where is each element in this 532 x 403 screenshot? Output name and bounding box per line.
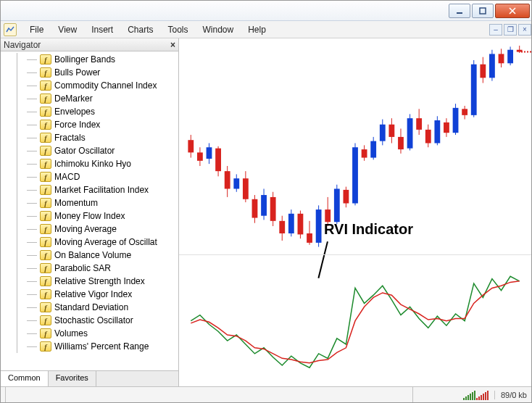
tab-favorites[interactable]: Favorites bbox=[49, 371, 96, 386]
indicator-label: Standard Deviation bbox=[54, 302, 128, 312]
indicator-label: Stochastic Oscillator bbox=[54, 315, 133, 325]
indicator-item[interactable]: fVolumes bbox=[1, 327, 178, 340]
mdi-restore-button[interactable]: ❐ bbox=[504, 24, 517, 36]
svg-rect-27 bbox=[288, 214, 294, 233]
indicator-item[interactable]: fMoving Average of Oscillat bbox=[1, 236, 178, 249]
function-icon: f bbox=[40, 224, 51, 234]
svg-rect-39 bbox=[344, 190, 349, 204]
indicator-item[interactable]: fMomentum bbox=[1, 196, 178, 209]
indicator-label: Williams' Percent Range bbox=[54, 341, 149, 352]
indicator-item[interactable]: fIchimoku Kinko Hyo bbox=[1, 157, 178, 170]
mdi-minimize-button[interactable]: – bbox=[489, 24, 502, 36]
indicator-label: Market Facilitation Index bbox=[54, 185, 149, 195]
close-button[interactable] bbox=[495, 4, 530, 18]
indicator-item[interactable]: fRelative Vigor Index bbox=[1, 288, 178, 301]
svg-rect-45 bbox=[370, 141, 376, 158]
function-icon: f bbox=[40, 120, 51, 130]
menu-charts[interactable]: Charts bbox=[120, 22, 160, 38]
indicator-label: Moving Average of Oscillat bbox=[54, 237, 157, 247]
indicator-label: Relative Vigor Index bbox=[54, 289, 132, 299]
svg-rect-25 bbox=[279, 221, 285, 233]
connection-bars-icon bbox=[463, 390, 489, 400]
indicator-item[interactable]: fRelative Strength Index bbox=[1, 275, 178, 288]
indicator-item[interactable]: fFractals bbox=[1, 131, 178, 144]
menu-tools[interactable]: Tools bbox=[161, 22, 196, 38]
window-titlebar bbox=[1, 1, 531, 21]
svg-rect-19 bbox=[252, 199, 258, 218]
navigator-header: Navigator × bbox=[1, 38, 178, 51]
app-icon bbox=[4, 23, 17, 36]
indicator-label: Momentum bbox=[54, 198, 98, 208]
status-bar: 89/0 kb bbox=[1, 386, 531, 402]
navigator-tree[interactable]: fBollinger BandsfBulls PowerfCommodity C… bbox=[1, 51, 178, 370]
svg-rect-17 bbox=[243, 178, 249, 199]
indicator-item[interactable]: fGator Oscillator bbox=[1, 144, 178, 157]
svg-rect-13 bbox=[225, 171, 230, 188]
indicator-label: Bulls Power bbox=[54, 67, 100, 78]
function-icon: f bbox=[40, 185, 51, 195]
function-icon: f bbox=[40, 67, 51, 78]
indicator-label: MACD bbox=[54, 172, 80, 182]
status-network: 89/0 kb bbox=[494, 391, 527, 399]
svg-rect-55 bbox=[416, 118, 422, 130]
indicator-item[interactable]: fStochastic Oscillator bbox=[1, 314, 178, 327]
svg-rect-71 bbox=[489, 54, 495, 78]
svg-rect-5 bbox=[188, 140, 194, 152]
tab-common[interactable]: Common bbox=[1, 371, 49, 386]
function-icon: f bbox=[40, 107, 51, 117]
chart-area[interactable]: RVI Indicator bbox=[179, 38, 531, 386]
menu-insert[interactable]: Insert bbox=[84, 22, 120, 38]
menu-view[interactable]: View bbox=[51, 22, 84, 38]
menu-bar: File View Insert Charts Tools Window Hel… bbox=[1, 21, 531, 38]
svg-rect-21 bbox=[261, 195, 267, 216]
indicator-item[interactable]: fForce Index bbox=[1, 118, 178, 131]
function-icon: f bbox=[40, 159, 51, 169]
svg-rect-53 bbox=[407, 118, 413, 149]
function-icon: f bbox=[40, 54, 51, 65]
indicator-item[interactable]: fOn Balance Volume bbox=[1, 249, 178, 262]
indicator-label: Parabolic SAR bbox=[54, 263, 111, 273]
menu-help[interactable]: Help bbox=[241, 22, 273, 38]
indicator-item[interactable]: fStandard Deviation bbox=[1, 301, 178, 314]
indicator-item[interactable]: fMarket Facilitation Index bbox=[1, 183, 178, 196]
indicator-label: Volumes bbox=[54, 328, 88, 338]
function-icon: f bbox=[40, 94, 51, 104]
indicator-item[interactable]: fMoney Flow Index bbox=[1, 209, 178, 223]
svg-rect-7 bbox=[197, 152, 203, 160]
svg-rect-29 bbox=[298, 214, 304, 235]
candlestick-chart bbox=[179, 38, 531, 254]
indicator-item[interactable]: fEnvelopes bbox=[1, 105, 178, 118]
svg-rect-57 bbox=[425, 130, 431, 144]
navigator-title: Navigator bbox=[4, 40, 41, 50]
indicator-item[interactable]: fCommodity Channel Index bbox=[1, 79, 178, 92]
indicator-label: On Balance Volume bbox=[54, 250, 131, 260]
indicator-item[interactable]: fDeMarker bbox=[1, 92, 178, 105]
indicator-item[interactable]: fParabolic SAR bbox=[1, 262, 178, 275]
indicator-item[interactable]: fMACD bbox=[1, 170, 178, 183]
navigator-panel: Navigator × fBollinger BandsfBulls Power… bbox=[1, 38, 179, 386]
svg-rect-67 bbox=[471, 65, 477, 115]
svg-rect-49 bbox=[388, 125, 394, 137]
svg-rect-35 bbox=[325, 209, 331, 222]
svg-rect-51 bbox=[398, 137, 404, 149]
maximize-button[interactable] bbox=[472, 4, 494, 18]
svg-rect-31 bbox=[307, 233, 312, 243]
indicator-item[interactable]: fMoving Average bbox=[1, 223, 178, 236]
function-icon: f bbox=[40, 289, 51, 299]
rvi-indicator-chart bbox=[179, 254, 531, 386]
svg-rect-47 bbox=[380, 125, 386, 141]
navigator-tabs: Common Favorites bbox=[1, 370, 178, 386]
menu-file[interactable]: File bbox=[22, 22, 51, 38]
indicator-item[interactable]: fBulls Power bbox=[1, 66, 178, 79]
menu-window[interactable]: Window bbox=[196, 22, 241, 38]
mdi-close-button[interactable]: × bbox=[518, 24, 531, 36]
navigator-close-icon[interactable]: × bbox=[170, 40, 175, 50]
minimize-button[interactable] bbox=[449, 4, 470, 18]
function-icon: f bbox=[40, 341, 51, 352]
indicator-item[interactable]: fBollinger Bands bbox=[1, 53, 178, 66]
function-icon: f bbox=[40, 276, 51, 286]
svg-rect-9 bbox=[207, 147, 212, 159]
indicator-item[interactable]: fWilliams' Percent Range bbox=[1, 340, 178, 353]
indicator-label: Gator Oscillator bbox=[54, 146, 115, 156]
svg-rect-41 bbox=[352, 147, 358, 203]
